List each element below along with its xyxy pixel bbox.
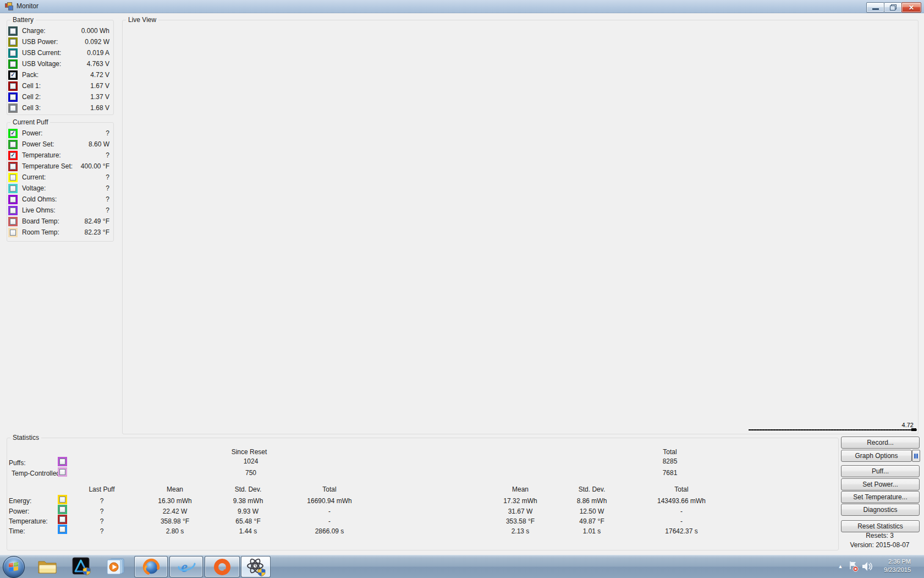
row-value: 82.23 °F	[85, 228, 110, 236]
usb-voltage-checkbox[interactable]	[8, 59, 18, 69]
stat-cell: -	[328, 517, 331, 525]
taskbar-setup-app-button[interactable]	[70, 557, 92, 576]
taskbar-firefox-button[interactable]	[134, 556, 168, 577]
col-header-total: Total	[322, 486, 336, 493]
row-value: 0.092 W	[85, 38, 109, 46]
temp-controlled-since-reset: 750	[245, 469, 256, 477]
stat-cell: -	[680, 508, 683, 515]
temp-controlled-checkbox[interactable]	[58, 467, 67, 477]
stat-cell: 9.38 mWh	[233, 497, 263, 505]
current-puff-group-title: Current Puff	[10, 118, 50, 126]
stat-cell: 2.80 s	[166, 527, 184, 535]
diagnostics-button[interactable]: Diagnostics	[841, 504, 920, 516]
live-view-group[interactable]: Live View 4.72	[122, 20, 919, 434]
usb-power-checkbox[interactable]	[8, 37, 18, 47]
current-puff-group: Current Puff Power: ? Power Set: 8.60 W …	[7, 122, 114, 242]
temperature-checkbox[interactable]	[8, 151, 18, 160]
stat-cell: 31.67 W	[508, 508, 533, 515]
taskbar-origin-button[interactable]	[205, 556, 240, 577]
usb-current-checkbox[interactable]	[8, 48, 18, 58]
energy-checkbox[interactable]	[58, 495, 67, 504]
stat-cell: 16690.94 mWh	[307, 497, 351, 505]
charge-checkbox[interactable]	[8, 26, 18, 36]
trace-value-label: 4.72	[902, 422, 914, 428]
pause-icon	[916, 454, 918, 459]
stat-cell: 2.13 s	[512, 527, 530, 535]
restore-button[interactable]	[884, 2, 902, 13]
power-stat-checkbox[interactable]	[58, 505, 67, 514]
row-label: Cold Ohms:	[22, 195, 57, 203]
row-label: USB Power:	[22, 38, 58, 46]
internet-explorer-icon: e	[177, 558, 196, 576]
clock-date: 9/23/2015	[868, 566, 911, 574]
window-titlebar[interactable]: Monitor ✕	[0, 0, 924, 13]
graph-options-button[interactable]: Graph Options	[841, 450, 912, 462]
start-button[interactable]	[3, 556, 25, 578]
row-value: 1.68 V	[90, 104, 109, 112]
chevron-up-icon: ▲	[838, 564, 843, 569]
puff-row-board-temp: Board Temp: 82.49 °F	[7, 216, 113, 227]
taskbar-clock[interactable]: 2:36 PM 9/23/2015	[868, 558, 911, 574]
stat-cell: 1.01 s	[583, 527, 601, 535]
temp-controlled-total: 7681	[663, 469, 678, 477]
stat-cell: ?	[100, 508, 104, 515]
time-checkbox[interactable]	[58, 525, 67, 534]
cell2-checkbox[interactable]	[8, 92, 18, 102]
hidden-icons-button[interactable]: ▲	[836, 563, 845, 570]
stat-cell: 9.93 W	[238, 508, 258, 515]
stat-cell: 12.50 W	[580, 508, 604, 515]
setup-app-icon	[72, 557, 91, 576]
set-power-button[interactable]: Set Power...	[841, 478, 920, 490]
stat-cell: 2866.09 s	[315, 527, 344, 535]
puff-row-power-set: Power Set: 8.60 W	[7, 139, 113, 150]
minimize-button[interactable]	[866, 2, 884, 13]
live-ohms-checkbox[interactable]	[8, 206, 18, 215]
row-value: ?	[106, 206, 109, 214]
taskbar-monitor-app-button[interactable]	[241, 556, 271, 577]
battery-row-cell3: Cell 3: 1.68 V	[7, 102, 113, 113]
temperature-stat-checkbox[interactable]	[58, 515, 67, 524]
total-header: Total	[663, 448, 676, 456]
power-checkbox[interactable]	[8, 129, 18, 138]
puffs-checkbox[interactable]	[58, 457, 67, 466]
close-button[interactable]: ✕	[901, 2, 921, 13]
battery-row-usb-voltage: USB Voltage: 4.763 V	[7, 58, 113, 69]
puff-row-temperature-set: Temperature Set: 400.00 °F	[7, 161, 113, 172]
action-center-button[interactable]	[848, 560, 859, 572]
taskbar-internet-explorer-button[interactable]: e	[169, 556, 203, 577]
taskbar-file-explorer-button[interactable]	[36, 557, 58, 576]
battery-group: Battery Charge: 0.000 Wh USB Power: 0.09…	[7, 20, 114, 115]
puff-row-room-temp: Room Temp: 82.23 °F	[7, 227, 113, 238]
stat-cell: 358.98 °F	[161, 517, 189, 525]
row-value: 0.019 A	[87, 49, 109, 57]
uac-shield-icon	[258, 569, 265, 576]
puff-row-live-ohms: Live Ohms: ?	[7, 205, 113, 216]
cell1-checkbox[interactable]	[8, 81, 18, 91]
reset-statistics-button[interactable]: Reset Statistics	[841, 520, 920, 532]
board-temp-checkbox[interactable]	[8, 217, 18, 226]
taskbar-media-player-button[interactable]	[105, 557, 127, 576]
temperature-set-checkbox[interactable]	[8, 162, 18, 171]
version-label: Version: 2015-08-07	[841, 541, 919, 549]
stat-cell: 1.44 s	[239, 527, 257, 535]
pause-button[interactable]	[912, 450, 920, 462]
puff-button[interactable]: Puff...	[841, 465, 920, 477]
record-button[interactable]: Record...	[841, 437, 920, 449]
stat-cell: 22.42 W	[163, 508, 188, 515]
pack-checkbox[interactable]	[8, 70, 18, 80]
desktop: Monitor ✕ Battery Charge: 0.000 Wh USB P…	[0, 0, 924, 578]
battery-row-cell1: Cell 1: 1.67 V	[7, 80, 113, 91]
cell3-checkbox[interactable]	[8, 103, 18, 113]
room-temp-checkbox[interactable]	[8, 228, 18, 237]
uac-shield-icon	[83, 568, 90, 575]
row-label: Pack:	[22, 71, 38, 79]
puff-row-voltage: Voltage: ?	[7, 183, 113, 194]
voltage-checkbox[interactable]	[8, 184, 18, 193]
set-temperature-button[interactable]: Set Temperature...	[841, 491, 920, 503]
cold-ohms-checkbox[interactable]	[8, 195, 18, 204]
power-set-checkbox[interactable]	[8, 140, 18, 149]
current-checkbox[interactable]	[8, 173, 18, 182]
row-value: ?	[106, 151, 109, 159]
row-value: 0.000 Wh	[81, 27, 109, 35]
row-label: Temperature Set:	[22, 162, 73, 170]
